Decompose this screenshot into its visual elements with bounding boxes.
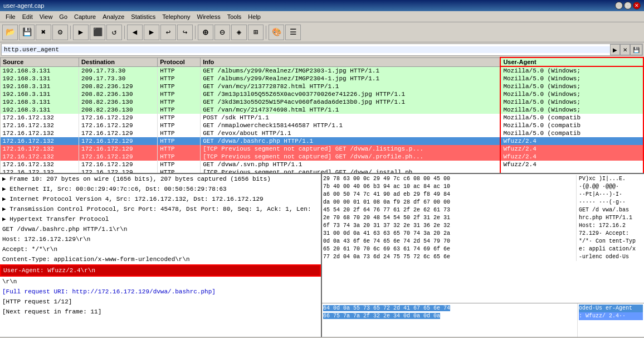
filter-input[interactable] (2, 46, 610, 53)
filter-apply-btn[interactable]: ▶ (610, 44, 620, 55)
cell-source: 172.16.172.132 (1, 145, 79, 153)
col-header-proto[interactable]: Protocol (158, 57, 201, 66)
table-row[interactable]: 172.16.172.132 172.16.172.129 HTTP GET /… (1, 122, 644, 129)
detail-item[interactable]: Host: 172.16.172.129\r\n (0, 234, 321, 244)
stop-btn[interactable]: ⬛ (90, 25, 105, 40)
table-row[interactable]: 192.168.3.131 208.82.236.130 HTTP GET /3… (1, 98, 644, 106)
main-content: Source Destination Protocol Info User-Ag… (0, 57, 644, 337)
menu-go[interactable]: Go (56, 12, 71, 21)
cell-info: GET /3kd3m13o55O25W15P4acv060fa6ada6de13… (201, 98, 501, 106)
cell-dest: 172.16.172.129 (79, 153, 158, 161)
restart-btn[interactable]: ↺ (106, 25, 122, 40)
cell-source: 172.16.172.132 (1, 137, 79, 145)
save-btn[interactable]: 💾 (19, 25, 35, 40)
close-file-btn[interactable]: ✖ (36, 25, 51, 40)
detail-item[interactable]: GET /dvwa/.bashrc.php HTTP/1.1\r\n (0, 224, 321, 234)
title-text: user-agent.cap (3, 2, 44, 9)
table-row[interactable]: 192.168.3.131 208.82.236.129 HTTP GET /v… (1, 83, 644, 90)
maximize-button[interactable]: □ (624, 2, 632, 9)
table-row[interactable]: 192.168.3.131 208.82.236.130 HTTP GET /3… (1, 90, 644, 98)
filter-save-btn[interactable]: 💾 (630, 44, 642, 55)
menu-file[interactable]: File (2, 12, 19, 21)
table-row[interactable]: 172.16.172.132 172.16.172.129 HTTP POST … (1, 114, 644, 122)
cell-dest: 172.16.172.129 (79, 145, 158, 153)
separator-3 (195, 26, 196, 39)
menu-telephony[interactable]: Telephony (159, 12, 193, 21)
table-row[interactable]: 172.16.172.132 172.16.172.129 HTTP GET /… (1, 137, 644, 145)
forward-btn[interactable]: ▶ (144, 25, 159, 40)
menu-analyze[interactable]: Analyze (99, 12, 128, 21)
preferences-btn[interactable]: ⚙ (52, 25, 68, 40)
col-header-info[interactable]: Info (201, 57, 501, 66)
col-header-source[interactable]: Source (1, 57, 79, 66)
detail-text: [Full request URI: http://172.16.172.129… (2, 288, 216, 295)
cell-source: 172.16.172.132 (1, 161, 79, 168)
hex-highlighted-left2: 66 75 7a 7a 2f 32 2e 34 0d 0a 0d 0a (323, 313, 440, 319)
close-button[interactable]: ✕ (633, 2, 641, 9)
detail-item[interactable]: [Full request URI: http://172.16.172.129… (0, 287, 321, 297)
open-btn[interactable]: 📂 (2, 25, 18, 40)
table-row[interactable]: 172.16.172.132 172.16.172.129 HTTP [TCP … (1, 153, 644, 161)
col-header-dest[interactable]: Destination (79, 57, 158, 66)
hex-bytes: 2e 70 68 70 20 48 54 54 50 2f 31 2e 31 (323, 214, 572, 222)
cell-source: 192.168.3.131 (1, 106, 79, 114)
detail-item[interactable]: ▶ Ethernet II, Src: 00:0c:29:49:7c:c6, D… (0, 184, 321, 194)
detail-item[interactable]: [HTTP request 1/12] (0, 297, 321, 307)
hex-highlighted-left: 64 0d 0a 55 73 65 72 2d 41 67 65 6e 74 (323, 305, 450, 311)
normal-size-btn[interactable]: ◈ (231, 25, 247, 40)
cell-ua (500, 168, 643, 173)
minimize-button[interactable]: _ (615, 2, 623, 9)
detail-item[interactable]: ▶ Internet Protocol Version 4, Src: 172.… (0, 194, 321, 204)
menu-view[interactable]: View (36, 12, 56, 21)
zoom-out-btn[interactable]: ⊖ (214, 25, 230, 40)
detail-item[interactable]: [Next request in frame: 11] (0, 307, 321, 317)
cell-dest: 172.16.172.129 (79, 168, 158, 173)
cell-ua: Wfuzz/2.4 (500, 137, 643, 145)
cell-info: GET /dvwa/.bashrc.php HTTP/1.1 (201, 137, 501, 145)
menu-wireless[interactable]: Wireless (194, 12, 224, 21)
first-btn[interactable]: ↪ (177, 25, 193, 40)
detail-item[interactable]: ▶ Hypertext Transfer Protocol (0, 214, 321, 224)
cell-proto: HTTP (158, 129, 201, 137)
table-row[interactable]: 172.16.172.132 172.16.172.129 HTTP GET /… (1, 129, 644, 137)
resize-col-btn[interactable]: ⊞ (248, 25, 264, 40)
table-row[interactable]: 192.168.3.131 208.82.236.130 HTTP GET /v… (1, 106, 644, 114)
menu-statistics[interactable]: Statistics (128, 12, 159, 21)
filter-clear-btn[interactable]: ✕ (620, 44, 630, 55)
cell-ua: Mozilla/5.0 (compatib (500, 129, 643, 137)
cell-info: POST /sdk HTTP/1.1 (201, 114, 501, 122)
menu-help[interactable]: Help (245, 12, 264, 21)
detail-item[interactable]: ▶ Transmission Control Protocol, Src Por… (0, 204, 321, 214)
cell-info: [TCP Previous segment not captured] GET … (201, 168, 501, 173)
menu-capture[interactable]: Capture (71, 12, 99, 21)
capture-btn[interactable]: ▶ (73, 25, 89, 40)
hex-bottom-left: 64 0d 0a 55 73 65 72 2d 41 67 65 6e 74 6… (322, 303, 577, 337)
detail-item[interactable]: Content-Type: application/x-www-form-url… (0, 254, 321, 264)
hex-bytes: 77 2d 04 0a 73 6d 24 75 75 72 6c 65 6e (323, 253, 572, 261)
detail-item[interactable]: Accept: */*\r\n (0, 244, 321, 254)
table-row[interactable]: 192.168.3.131 209.17.73.30 HTTP GET /alb… (1, 66, 644, 75)
prefs2-btn[interactable]: ☰ (285, 25, 301, 40)
cell-source: 192.168.3.131 (1, 90, 79, 98)
menu-tools[interactable]: Tools (224, 12, 245, 21)
packet-list[interactable]: Source Destination Protocol Info User-Ag… (0, 57, 644, 174)
detail-item[interactable]: User-Agent: Wfuzz/2.4\r\n (0, 264, 321, 277)
table-row[interactable]: 192.168.3.131 209.17.73.30 HTTP GET /alb… (1, 75, 644, 83)
goto-btn[interactable]: ↩ (160, 25, 176, 40)
col-header-ua[interactable]: User-Agent (500, 57, 643, 66)
table-row[interactable]: 172.16.172.132 172.16.172.129 HTTP GET /… (1, 161, 644, 168)
colorize-btn[interactable]: 🎨 (269, 25, 284, 40)
zoom-in-btn[interactable]: ⊕ (198, 25, 213, 40)
table-row[interactable]: 172.16.172.132 172.16.172.129 HTTP [TCP … (1, 145, 644, 153)
bottom-panels: ▶ Frame 10: 207 bytes on wire (1656 bits… (0, 174, 644, 337)
detail-item[interactable]: ▶ Frame 10: 207 bytes on wire (1656 bits… (0, 174, 321, 184)
detail-item[interactable]: \r\n (0, 277, 321, 287)
expand-arrow-icon: ▶ (2, 216, 9, 223)
menu-edit[interactable]: Edit (19, 12, 36, 21)
back-btn[interactable]: ◀ (127, 25, 143, 40)
separator-1 (70, 26, 71, 39)
cell-ua: Mozilla/5.0 (Windows; (500, 98, 643, 106)
table-row[interactable]: 172.16.172.132 172.16.172.129 HTTP [TCP … (1, 168, 644, 173)
hex-display-bottom: 64 0d 0a 55 73 65 72 2d 41 67 65 6e 74 6… (322, 303, 644, 337)
cell-ua: Mozilla/5.0 (compatib (500, 114, 643, 122)
